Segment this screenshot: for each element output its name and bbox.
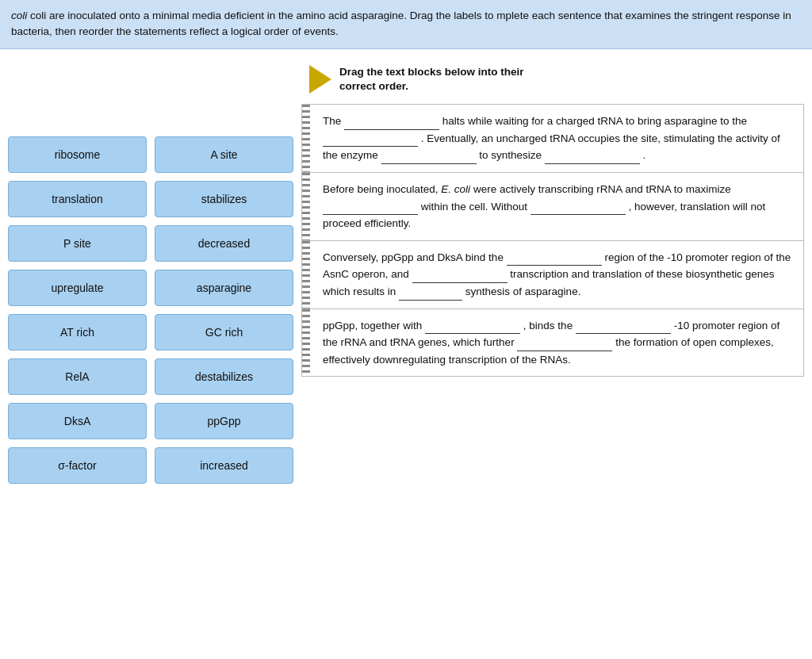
label-p-site[interactable]: P site: [8, 225, 147, 262]
blank-2-2[interactable]: [530, 202, 626, 215]
label-at-rich[interactable]: AT rich: [8, 314, 147, 351]
blank-4-2[interactable]: [576, 321, 671, 334]
label-rela[interactable]: RelA: [8, 358, 147, 395]
sentence-block-1[interactable]: The halts while waiting for a charged tR…: [301, 104, 804, 173]
blank-4-1[interactable]: [425, 321, 520, 334]
blank-2-1[interactable]: [323, 202, 418, 215]
labels-panel: ribosome A site translation stabilizes P…: [8, 65, 293, 484]
label-translation[interactable]: translation: [8, 181, 147, 217]
sentence-2-content: Before being inoculated, E. coli were ac…: [312, 181, 794, 232]
italic-coli: coli: [11, 10, 27, 21]
arrow-icon: [309, 65, 331, 94]
label-gc-rich[interactable]: GC rich: [155, 314, 293, 351]
label-stabilizes[interactable]: stabilizes: [155, 181, 293, 217]
label-decreased[interactable]: decreased: [155, 225, 293, 262]
blank-1-3[interactable]: [381, 151, 477, 164]
label-asparagine[interactable]: asparagine: [155, 270, 293, 306]
blank-1-1[interactable]: [344, 117, 439, 130]
instruction-banner: coli coli are inoculated onto a minimal …: [0, 0, 812, 49]
label-dksa[interactable]: DksA: [8, 403, 147, 439]
label-sigma-factor[interactable]: σ-factor: [8, 447, 147, 484]
sentence-3-content: Conversely, ppGpp and DksA bind the regi…: [312, 249, 794, 301]
sentences-panel: Drag the text blocks below into their co…: [301, 65, 804, 484]
blank-1-2[interactable]: [323, 134, 418, 147]
sentence-block-2[interactable]: Before being inoculated, E. coli were ac…: [301, 173, 804, 241]
blank-3-3[interactable]: [399, 288, 462, 301]
label-destabilizes[interactable]: destabilizes: [155, 358, 293, 395]
sentence-block-3[interactable]: Conversely, ppGpp and DksA bind the regi…: [301, 241, 804, 309]
label-upregulate[interactable]: upregulate: [8, 270, 147, 306]
blank-3-1[interactable]: [507, 253, 602, 266]
drag-instruction: Drag the text blocks below into their co…: [301, 65, 804, 95]
instruction-text: coli are inoculated onto a minimal media…: [11, 10, 791, 37]
label-increased[interactable]: increased: [155, 447, 293, 484]
blank-4-3[interactable]: [517, 339, 612, 351]
label-a-site[interactable]: A site: [155, 136, 293, 173]
drag-instruction-text: Drag the text blocks below into their co…: [339, 65, 524, 95]
label-ribosome[interactable]: ribosome: [8, 136, 147, 173]
sentence-4-content: ppGpp, together with , binds the -10 pro…: [312, 317, 794, 369]
main-content: ribosome A site translation stabilizes P…: [0, 49, 812, 492]
sentence-1-content: The halts while waiting for a charged tR…: [312, 113, 794, 164]
blank-3-2[interactable]: [412, 270, 508, 283]
sentence-block-4[interactable]: ppGpp, together with , binds the -10 pro…: [301, 309, 804, 377]
label-ppgpp[interactable]: ppGpp: [155, 403, 293, 439]
blank-1-4[interactable]: [545, 151, 640, 164]
